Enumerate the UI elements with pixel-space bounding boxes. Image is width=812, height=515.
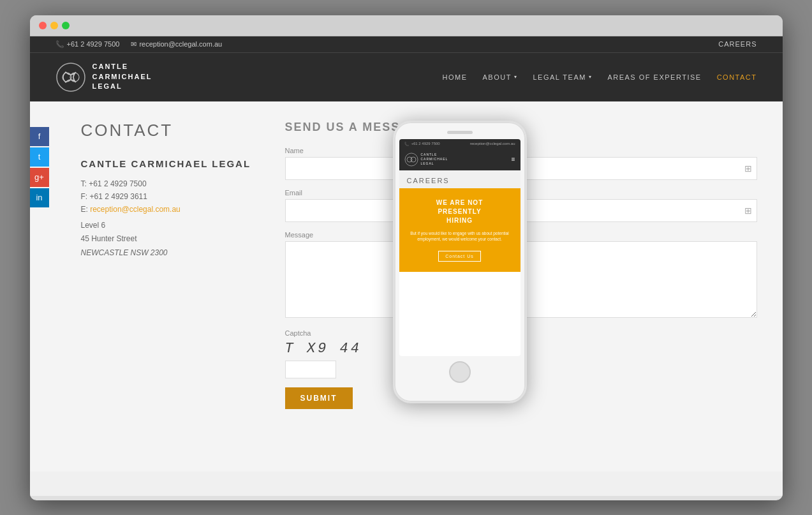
browser-window: 📞 +61 2 4929 7500 ✉ reception@cclegal.co…: [30, 15, 783, 500]
address-line2: 45 Hunter Street: [81, 232, 260, 246]
legal-team-arrow: ▾: [589, 74, 593, 80]
top-bar-email: ✉ reception@cclegal.com.au: [131, 40, 222, 49]
phone-speaker: [447, 131, 473, 134]
close-dot[interactable]: [39, 22, 47, 29]
email-detail: E: reception@cclegal.com.au: [81, 205, 260, 214]
phone-value: +61 2 4929 7500: [89, 179, 146, 188]
google-plus-button[interactable]: g+: [30, 168, 49, 187]
phone-topbar-contact: 📞 +61 2 4929 7500: [404, 142, 440, 146]
nav-areas[interactable]: AREAS OF EXPERTISE: [607, 73, 701, 81]
address: Level 6 45 Hunter Street NEWCASTLE NSW 2…: [81, 219, 260, 260]
phone-shell: 📞 +61 2 4929 7500 reception@cclegal.com.…: [393, 121, 527, 403]
phone-logo-icon: [404, 153, 418, 167]
phone-card-title: WE ARE NOT PRESENTLY HIRING: [407, 198, 513, 225]
nav-legal-team[interactable]: LEGAL TEAM ▾: [533, 73, 592, 81]
top-bar: 📞 +61 2 4929 7500 ✉ reception@cclegal.co…: [30, 36, 783, 52]
phone-number: +61 2 4929 7500: [67, 40, 120, 48]
top-bar-phone: 📞 +61 2 4929 7500: [55, 40, 120, 49]
address-line3: NEWCASTLE NSW 2300: [81, 246, 260, 260]
phone-logo-text: CANTLE CARMICHAEL LEGAL: [421, 153, 448, 166]
phone-careers-section: CAREERS: [399, 170, 520, 188]
phone-screen: 📞 +61 2 4929 7500 reception@cclegal.com.…: [399, 139, 520, 356]
twitter-button[interactable]: t: [30, 147, 49, 167]
logo-text: CANTLE CARMICHAEL LEGAL: [92, 62, 152, 91]
facebook-button[interactable]: f: [30, 127, 49, 146]
website-content: 📞 +61 2 4929 7500 ✉ reception@cclegal.co…: [30, 36, 783, 496]
email-link[interactable]: reception@cclegal.com.au: [90, 205, 181, 214]
fax-detail: F: +61 2 4929 3611: [81, 192, 260, 201]
address-line1: Level 6: [81, 219, 260, 233]
phone-icon: 📞: [55, 40, 64, 49]
top-bar-careers[interactable]: CAREERS: [718, 40, 757, 48]
captcha-input[interactable]: [285, 361, 336, 378]
phone-logo-group: CANTLE CARMICHAEL LEGAL: [404, 153, 448, 167]
contact-info-panel: CONTACT CANTLE CARMICHAEL LEGAL T: +61 2…: [81, 121, 260, 452]
phone-card-body: But if you would like to engage with us …: [407, 230, 513, 243]
email-input-icon: ⊞: [744, 205, 752, 216]
phone-yellow-card: WE ARE NOT PRESENTLY HIRING But if you w…: [399, 188, 520, 272]
linkedin-button[interactable]: in: [30, 188, 49, 207]
phone-overlay: 📞 +61 2 4929 7500 reception@cclegal.com.…: [393, 121, 527, 403]
contact-heading: CONTACT: [81, 121, 260, 140]
name-input-icon: ⊞: [744, 163, 752, 174]
fax-value: +61 2 4929 3611: [90, 192, 147, 201]
phone-topbar: 📞 +61 2 4929 7500 reception@cclegal.com.…: [399, 139, 520, 149]
site-nav: HOME ABOUT ▾ LEGAL TEAM ▾ AREAS OF EXPER…: [443, 73, 757, 81]
svg-point-5: [411, 157, 416, 162]
main-content: f t g+ in CONTACT CANTLE CARMICHAEL LEGA…: [30, 101, 783, 472]
phone-contact-button[interactable]: Contact Us: [438, 251, 481, 262]
svg-point-0: [57, 63, 85, 91]
nav-contact[interactable]: CONTACT: [717, 73, 757, 81]
site-header: CANTLE CARMICHAEL LEGAL HOME ABOUT ▾ LEG…: [30, 52, 783, 101]
phone-screen-email: reception@cclegal.com.au: [470, 142, 515, 146]
firm-name: CANTLE CARMICHAEL LEGAL: [81, 158, 260, 169]
hamburger-icon[interactable]: ≡: [512, 156, 515, 163]
fax-label: F:: [81, 192, 88, 201]
top-bar-left: 📞 +61 2 4929 7500 ✉ reception@cclegal.co…: [55, 40, 223, 49]
phone-label: T:: [81, 179, 87, 188]
phone-detail: T: +61 2 4929 7500: [81, 179, 260, 188]
nav-home[interactable]: HOME: [443, 73, 468, 81]
phone-screen-phone-number: +61 2 4929 7500: [411, 142, 440, 146]
phone-careers-title: CAREERS: [407, 177, 513, 184]
email-address: reception@cclegal.com.au: [139, 40, 222, 48]
maximize-dot[interactable]: [62, 22, 70, 29]
browser-titlebar: [30, 15, 783, 36]
about-arrow: ▾: [514, 74, 518, 80]
email-icon: ✉: [131, 40, 137, 49]
phone-header: CANTLE CARMICHAEL LEGAL ≡: [399, 149, 520, 170]
phone-home-button[interactable]: [449, 361, 471, 383]
minimize-dot[interactable]: [50, 22, 58, 29]
nav-about[interactable]: ABOUT ▾: [483, 73, 518, 81]
email-label: E:: [81, 205, 88, 214]
submit-button[interactable]: SUBMIT: [285, 387, 353, 409]
logo-area: CANTLE CARMICHAEL LEGAL: [55, 62, 152, 93]
phone-screen-phone-icon: 📞: [404, 142, 409, 146]
social-sidebar: f t g+ in: [30, 127, 49, 207]
logo-icon: [55, 62, 86, 93]
